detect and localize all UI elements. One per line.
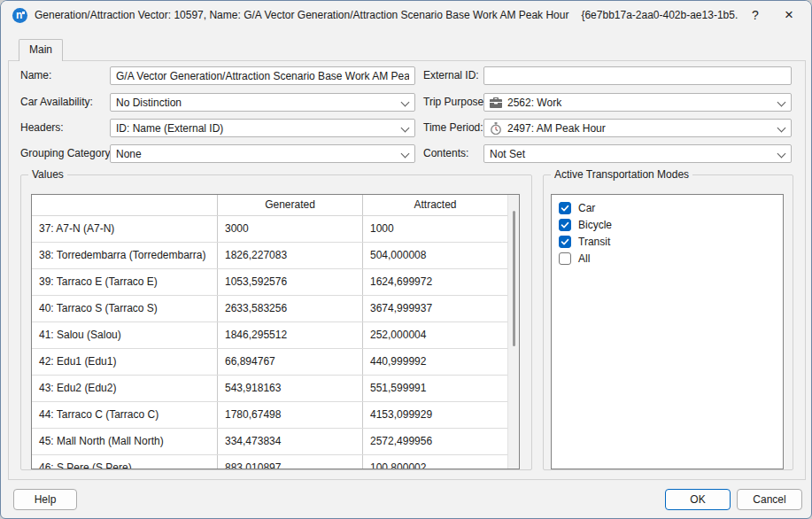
- mode-checkbox[interactable]: [559, 236, 571, 248]
- check-icon: [561, 204, 569, 213]
- row-header-cell[interactable]: 38: Torredembarra (Torredembarra): [32, 243, 218, 268]
- tab-main[interactable]: Main: [19, 39, 63, 61]
- attracted-cell[interactable]: 252,000004: [363, 322, 507, 348]
- attracted-cell[interactable]: 100,800002: [363, 455, 507, 469]
- row-header-cell[interactable]: 40: Tarraco S (Tarraco S): [32, 296, 218, 321]
- attracted-cell[interactable]: 4153,099929: [363, 402, 507, 428]
- generated-cell[interactable]: 883,010897: [218, 455, 363, 469]
- dialog-window: n Generation/Attraction Vector: 10597, N…: [0, 0, 812, 519]
- chevron-down-icon: [777, 99, 785, 106]
- headers-label: Headers:: [20, 119, 64, 137]
- chevron-down-icon: [777, 151, 785, 158]
- grouping-category-select[interactable]: None: [110, 144, 415, 163]
- mode-checkbox[interactable]: [559, 202, 571, 214]
- generated-cell[interactable]: 2633,583256: [218, 296, 363, 321]
- modes-list: Car Bicycle Transit All: [551, 194, 784, 469]
- vertical-scrollbar[interactable]: [507, 195, 519, 469]
- values-groupbox: Values Generated Attracted 37: A7-N (A7-…: [20, 174, 532, 470]
- table-row: 37: A7-N (A7-N) 3000 1000: [32, 216, 519, 243]
- attracted-cell[interactable]: 1000: [363, 216, 507, 242]
- values-group-title: Values: [28, 168, 67, 182]
- row-header-cell[interactable]: 45: Mall North (Mall North): [32, 429, 218, 454]
- contents-label: Contents:: [423, 144, 468, 163]
- mode-label: Transit: [578, 236, 610, 248]
- row-header-cell[interactable]: 46: S Pere (S Pere): [32, 455, 218, 469]
- chevron-down-icon: [401, 125, 408, 132]
- table-row: 42: Edu1 (Edu1) 66,894767 440,999992: [32, 349, 519, 376]
- headers-select[interactable]: ID: Name (External ID): [110, 119, 415, 137]
- generated-cell[interactable]: 1826,227083: [218, 243, 363, 268]
- table-row: 39: Tarraco E (Tarraco E) 1053,592576 16…: [32, 269, 519, 296]
- corner-header-cell: [32, 195, 218, 215]
- row-header-cell[interactable]: 42: Edu1 (Edu1): [32, 349, 218, 375]
- window-title: Generation/Attraction Vector: 10597, Nam…: [35, 9, 739, 21]
- values-table-header: Generated Attracted: [32, 195, 519, 216]
- mode-list-item[interactable]: All: [559, 250, 783, 267]
- table-row: 44: Tarraco C (Tarraco C) 1780,67498 415…: [32, 402, 519, 429]
- stopwatch-icon: [490, 122, 502, 135]
- window-title-guid: {6e7bb17a-2aa0-402b-ae13-1b5...: [581, 9, 739, 21]
- mode-label: Bicycle: [578, 219, 612, 231]
- table-row: 41: Salou (Salou) 1846,295512 252,000004: [32, 322, 519, 349]
- generated-cell[interactable]: 3000: [218, 216, 363, 242]
- scrollbar-thumb[interactable]: [513, 211, 515, 346]
- grouping-category-label: Grouping Category:: [20, 144, 113, 163]
- mode-list-item[interactable]: Bicycle: [559, 216, 783, 233]
- generated-cell[interactable]: 66,894767: [218, 349, 363, 375]
- trip-purpose-select[interactable]: 2562: Work: [483, 93, 792, 112]
- row-header-cell[interactable]: 37: A7-N (A7-N): [32, 216, 218, 242]
- external-id-label: External ID:: [423, 66, 479, 85]
- app-icon: n: [12, 8, 27, 23]
- name-input[interactable]: [110, 66, 415, 85]
- attracted-cell[interactable]: 1624,699972: [363, 269, 507, 295]
- briefcase-icon: [490, 97, 502, 108]
- help-icon[interactable]: ?: [739, 1, 772, 29]
- car-availability-label: Car Availability:: [20, 93, 93, 112]
- time-period-select[interactable]: 2497: AM Peak Hour: [483, 119, 792, 137]
- mode-label: Car: [578, 202, 595, 214]
- table-row: 38: Torredembarra (Torredembarra) 1826,2…: [32, 243, 519, 269]
- external-id-input[interactable]: [483, 66, 792, 85]
- check-icon: [561, 237, 569, 246]
- generated-cell[interactable]: 543,918163: [218, 376, 363, 401]
- mode-list-item[interactable]: Car: [559, 199, 783, 216]
- generated-cell[interactable]: 1780,67498: [218, 402, 363, 428]
- row-header-cell[interactable]: 43: Edu2 (Edu2): [32, 376, 218, 401]
- table-row: 46: S Pere (S Pere) 883,010897 100,80000…: [32, 455, 519, 469]
- attracted-cell[interactable]: 3674,999937: [363, 296, 507, 321]
- modes-group-title: Active Transportation Modes: [551, 168, 692, 182]
- row-header-cell[interactable]: 39: Tarraco E (Tarraco E): [32, 269, 218, 295]
- generated-cell[interactable]: 334,473834: [218, 429, 363, 454]
- mode-list-item[interactable]: Transit: [559, 233, 783, 250]
- chevron-down-icon: [401, 99, 408, 106]
- trip-purpose-label: Trip Purpose:: [423, 93, 487, 112]
- modes-groupbox: Active Transportation Modes Car Bicycle …: [543, 174, 793, 470]
- generated-cell[interactable]: 1846,295512: [218, 322, 363, 348]
- attracted-cell[interactable]: 2572,499956: [363, 429, 507, 454]
- car-availability-select[interactable]: No Distinction: [110, 93, 415, 112]
- attracted-column-header[interactable]: Attracted: [363, 195, 507, 215]
- attracted-cell[interactable]: 504,000008: [363, 243, 507, 268]
- close-icon[interactable]: ×: [772, 1, 806, 29]
- table-row: 40: Tarraco S (Tarraco S) 2633,583256 36…: [32, 296, 519, 322]
- contents-select[interactable]: Not Set: [483, 144, 792, 163]
- attracted-cell[interactable]: 551,599991: [363, 376, 507, 401]
- time-period-label: Time Period:: [423, 119, 483, 137]
- attracted-cell[interactable]: 440,999992: [363, 349, 507, 375]
- mode-checkbox[interactable]: [559, 252, 571, 265]
- generated-column-header[interactable]: Generated: [218, 195, 363, 215]
- row-header-cell[interactable]: 41: Salou (Salou): [32, 322, 218, 348]
- table-row: 45: Mall North (Mall North) 334,473834 2…: [32, 429, 519, 455]
- mode-checkbox[interactable]: [559, 219, 571, 231]
- cancel-button[interactable]: Cancel: [737, 489, 802, 510]
- help-button[interactable]: Help: [13, 489, 77, 510]
- mode-label: All: [578, 252, 590, 265]
- row-header-cell[interactable]: 44: Tarraco C (Tarraco C): [32, 402, 218, 428]
- ok-button[interactable]: OK: [665, 489, 731, 510]
- check-icon: [561, 221, 569, 229]
- titlebar: n Generation/Attraction Vector: 10597, N…: [1, 1, 811, 29]
- chevron-down-icon: [401, 151, 408, 158]
- name-label: Name:: [20, 66, 51, 85]
- values-table: Generated Attracted 37: A7-N (A7-N) 3000…: [31, 194, 520, 469]
- generated-cell[interactable]: 1053,592576: [218, 269, 363, 295]
